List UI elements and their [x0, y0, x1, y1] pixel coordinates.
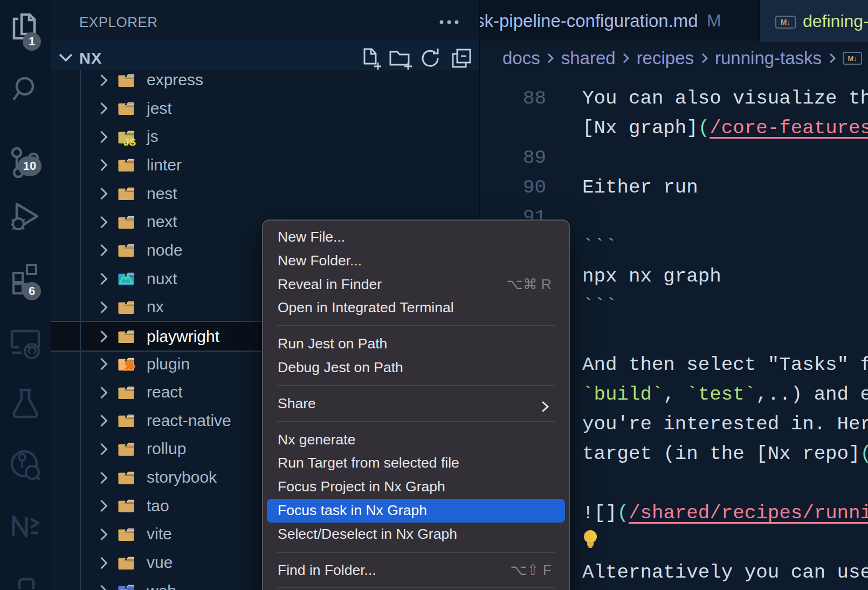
svg-text:JS: JS	[123, 136, 136, 148]
